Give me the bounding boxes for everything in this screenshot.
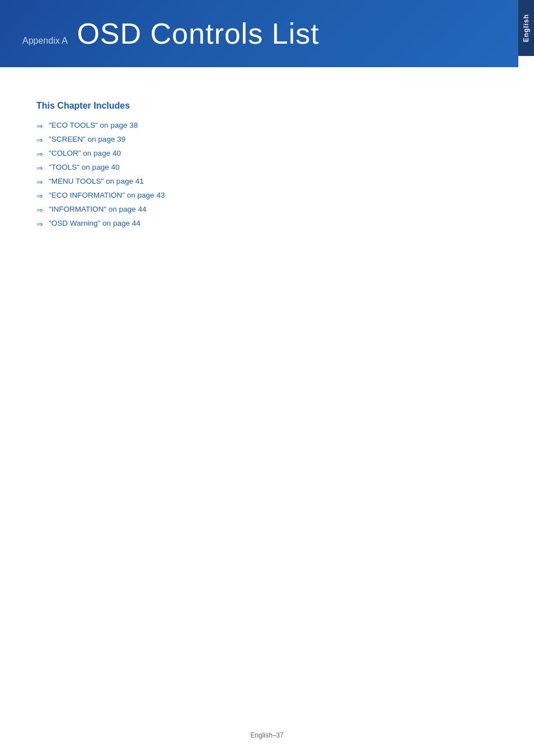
footer-text: English–37 — [250, 731, 283, 739]
main-content: This Chapter Includes ⇒"ECO TOOLS" on pa… — [0, 90, 534, 267]
toc-link[interactable]: "OSD Warning" on page 44 — [49, 219, 140, 227]
toc-arrow-icon: ⇒ — [36, 192, 43, 200]
toc-item: ⇒"INFORMATION" on page 44 — [36, 205, 498, 214]
toc-link[interactable]: "ECO INFORMATION" on page 43 — [49, 191, 165, 199]
side-tab-label: English — [522, 14, 530, 42]
toc-arrow-icon: ⇒ — [36, 150, 43, 158]
toc-arrow-icon: ⇒ — [36, 122, 43, 130]
header-title: OSD Controls List — [77, 17, 319, 50]
toc-link[interactable]: "ECO TOOLS" on page 38 — [49, 121, 138, 129]
toc-item: ⇒"OSD Warning" on page 44 — [36, 219, 498, 228]
side-tab: English — [518, 0, 534, 56]
header-subtitle: Appendix A — [22, 36, 68, 45]
header-banner: Appendix A OSD Controls List — [0, 0, 518, 67]
toc-arrow-icon: ⇒ — [36, 178, 43, 186]
toc-link[interactable]: "TOOLS" on page 40 — [49, 163, 119, 171]
chapter-heading: This Chapter Includes — [36, 101, 498, 111]
toc-link[interactable]: "COLOR" on page 40 — [49, 149, 121, 157]
toc-arrow-icon: ⇒ — [36, 136, 43, 144]
toc-arrow-icon: ⇒ — [36, 164, 43, 172]
toc-item: ⇒"COLOR" on page 40 — [36, 149, 498, 158]
footer: English–37 — [0, 731, 534, 739]
toc-item: ⇒"TOOLS" on page 40 — [36, 163, 498, 172]
toc-link[interactable]: "INFORMATION" on page 44 — [49, 205, 146, 213]
toc-item: ⇒"ECO TOOLS" on page 38 — [36, 121, 498, 130]
toc-link[interactable]: "MENU TOOLS" on page 41 — [49, 177, 144, 185]
toc-list: ⇒"ECO TOOLS" on page 38⇒"SCREEN" on page… — [36, 121, 498, 228]
toc-item: ⇒"ECO INFORMATION" on page 43 — [36, 191, 498, 200]
toc-link[interactable]: "SCREEN" on page 39 — [49, 135, 125, 143]
toc-item: ⇒"MENU TOOLS" on page 41 — [36, 177, 498, 186]
toc-item: ⇒"SCREEN" on page 39 — [36, 135, 498, 144]
toc-arrow-icon: ⇒ — [36, 206, 43, 214]
toc-arrow-icon: ⇒ — [36, 220, 43, 228]
